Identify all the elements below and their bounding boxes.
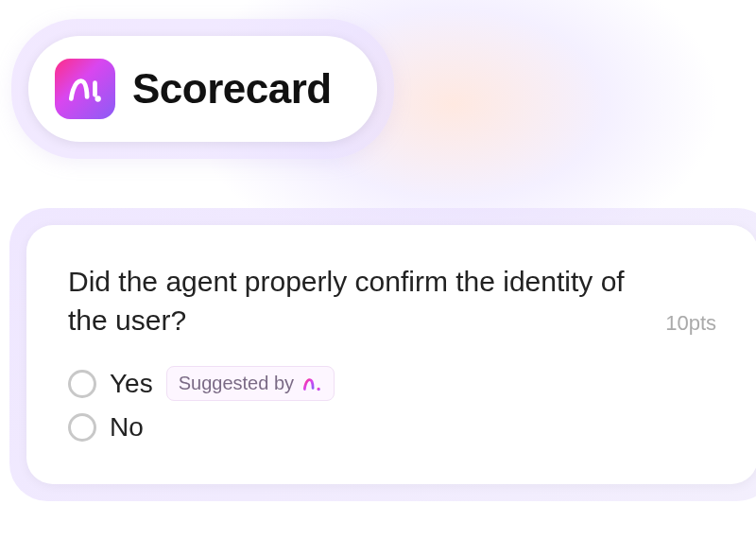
- question-card-inner: Did the agent properly confirm the ident…: [26, 225, 756, 484]
- options-list: Yes Suggested by: [68, 366, 716, 443]
- question-text: Did the agent properly confirm the ident…: [68, 263, 627, 339]
- option-label: Yes: [110, 369, 153, 399]
- points-label: 10pts: [665, 311, 716, 339]
- option-label: No: [110, 412, 144, 443]
- header-pill: Scorecard: [11, 19, 394, 159]
- radio-icon[interactable]: [68, 413, 96, 442]
- ai-mini-icon: [301, 374, 322, 394]
- suggested-badge: Suggested by: [166, 366, 335, 401]
- ai-logo-icon: [55, 59, 115, 119]
- svg-point-0: [95, 96, 101, 101]
- option-yes[interactable]: Yes Suggested by: [68, 366, 716, 401]
- svg-point-1: [318, 387, 320, 390]
- suggested-text: Suggested by: [179, 373, 294, 394]
- question-card: Did the agent properly confirm the ident…: [9, 208, 756, 501]
- radio-icon[interactable]: [68, 370, 96, 398]
- page-title: Scorecard: [132, 65, 332, 113]
- card-header: Did the agent properly confirm the ident…: [68, 263, 716, 339]
- header-pill-inner: Scorecard: [28, 36, 377, 142]
- option-no[interactable]: No: [68, 412, 716, 443]
